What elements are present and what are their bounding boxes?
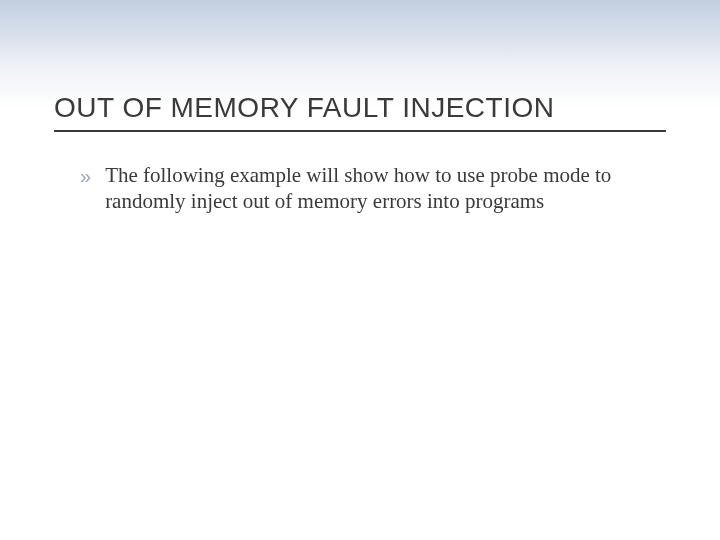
bullet-text: The following example will show how to u…: [105, 162, 625, 214]
list-item: » The following example will show how to…: [80, 162, 660, 214]
slide: OUT OF MEMORY FAULT INJECTION » The foll…: [0, 0, 720, 540]
slide-body: » The following example will show how to…: [80, 162, 660, 214]
bullet-marker-icon: »: [80, 162, 91, 190]
slide-title: OUT OF MEMORY FAULT INJECTION: [54, 92, 666, 132]
